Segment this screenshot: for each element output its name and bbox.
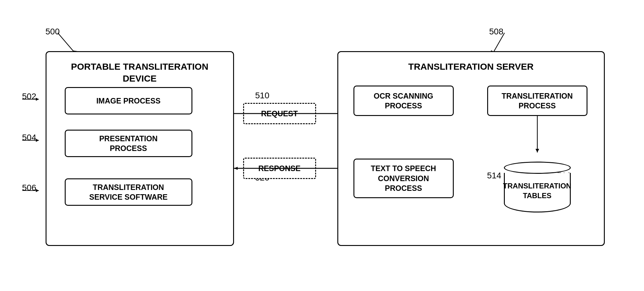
presentation-process-box: PRESENTATION PROCESS <box>65 130 192 157</box>
arrow-504 <box>22 137 53 143</box>
ocr-scanning-label: OCR SCANNING PROCESS <box>371 89 436 112</box>
transliteration-process-box: TRANSLITERATION PROCESS <box>487 86 587 116</box>
cylinder-label: TRANSLITERATION TABLES <box>503 181 571 200</box>
svg-marker-5 <box>36 139 39 142</box>
right-box-title: TRANSLITERATION SERVER <box>338 58 604 75</box>
arrow-trans-process-to-tables <box>487 116 587 156</box>
svg-marker-15 <box>536 149 539 153</box>
image-process-box: IMAGE PROCESS <box>65 87 192 114</box>
transliteration-service-box: TRANSLITERATION SERVICE SOFTWARE <box>65 178 192 206</box>
svg-marker-11 <box>234 167 238 170</box>
diagram: 500 PORTABLE TRANSLITERATION DEVICE 502 … <box>33 21 611 270</box>
cylinder-top <box>504 162 571 174</box>
presentation-process-label: PRESENTATION PROCESS <box>96 132 160 155</box>
text-speech-label: TEXT TO SPEECH CONVERSION PROCESS <box>368 162 439 195</box>
transliteration-service-label: TRANSLITERATION SERVICE SOFTWARE <box>86 181 171 204</box>
server-box: TRANSLITERATION SERVER 512 OCR SCANNING … <box>337 51 605 246</box>
left-box-title: PORTABLE TRANSLITERATION DEVICE <box>46 58 233 87</box>
text-speech-box: TEXT TO SPEECH CONVERSION PROCESS <box>353 159 454 198</box>
transliteration-tables-cylinder: TRANSLITERATION TABLES <box>504 162 571 212</box>
portable-device-box: PORTABLE TRANSLITERATION DEVICE 502 IMAG… <box>46 51 234 246</box>
cylinder-body: TRANSLITERATION TABLES <box>504 173 571 212</box>
svg-marker-3 <box>36 98 39 101</box>
ref-label-510: 510 <box>255 91 270 100</box>
transliteration-process-label: TRANSLITERATION PROCESS <box>498 89 576 112</box>
ocr-scanning-box: OCR SCANNING PROCESS <box>353 86 454 116</box>
image-process-label: IMAGE PROCESS <box>93 94 164 107</box>
svg-marker-7 <box>36 189 39 192</box>
ref-label-514: 514 <box>487 171 501 181</box>
arrow-506 <box>22 188 53 194</box>
arrow-502 <box>22 96 53 102</box>
